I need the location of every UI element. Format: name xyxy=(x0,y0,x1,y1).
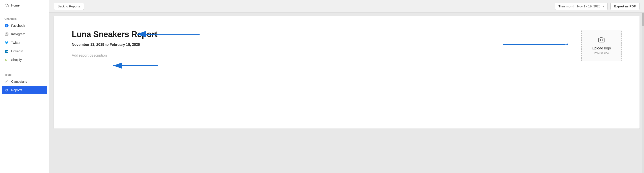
instagram-icon xyxy=(4,32,9,36)
svg-rect-5 xyxy=(6,51,6,52)
sidebar-item-linkedin[interactable]: LinkedIn xyxy=(0,47,49,56)
topbar-right: This month Nov 1 - 19, 2020 ▼ Export as … xyxy=(555,3,640,10)
report-description-input[interactable]: Add report description xyxy=(72,54,572,58)
sidebar-item-twitter[interactable]: Twitter xyxy=(0,38,49,47)
upload-logo-label: Upload logo xyxy=(592,46,611,50)
twitter-icon xyxy=(4,41,9,45)
tools-label: Tools xyxy=(0,71,49,77)
sidebar-item-campaigns[interactable]: Campaigns xyxy=(0,77,49,86)
svg-point-3 xyxy=(8,33,8,34)
sidebar-item-reports[interactable]: Reports xyxy=(2,86,47,94)
sidebar-item-facebook[interactable]: Facebook xyxy=(0,21,49,30)
upload-logo-hint: PNG or JPG xyxy=(594,51,609,54)
sidebar-item-instagram[interactable]: Instagram xyxy=(0,30,49,38)
back-to-reports-button[interactable]: Back to Reports xyxy=(54,3,84,10)
facebook-label: Facebook xyxy=(11,24,25,27)
shopify-icon: $ xyxy=(4,58,9,62)
linkedin-icon xyxy=(4,49,9,54)
twitter-label: Twitter xyxy=(11,41,20,45)
svg-point-2 xyxy=(6,34,8,35)
home-icon xyxy=(4,3,9,8)
export-pdf-button[interactable]: Export as PDF xyxy=(610,3,640,10)
sidebar-home-label: Home xyxy=(11,4,20,7)
sidebar-item-home[interactable]: Home xyxy=(0,0,49,10)
reports-icon xyxy=(4,88,9,92)
chevron-down-icon: ▼ xyxy=(602,5,604,8)
main-area: Back to Reports This month Nov 1 - 19, 2… xyxy=(49,0,644,173)
facebook-icon xyxy=(4,23,9,28)
content-area: Luna Sneakers Report November 13, 2019 t… xyxy=(49,13,644,173)
topbar: Back to Reports This month Nov 1 - 19, 2… xyxy=(49,0,644,13)
report-page: Luna Sneakers Report November 13, 2019 t… xyxy=(54,16,640,128)
report-header: Luna Sneakers Report November 13, 2019 t… xyxy=(72,30,572,58)
sidebar: Home Channels Facebook Instagram xyxy=(0,0,49,173)
reports-label: Reports xyxy=(11,88,22,92)
linkedin-label: LinkedIn xyxy=(11,49,23,53)
channels-label: Channels xyxy=(0,16,49,21)
svg-point-6 xyxy=(6,50,6,51)
date-range-button[interactable]: This month Nov 1 - 19, 2020 ▼ xyxy=(555,3,608,10)
svg-text:$: $ xyxy=(5,58,7,62)
tools-section: Tools Campaigns Reports xyxy=(0,68,49,96)
channels-section: Channels Facebook Instagram xyxy=(0,12,49,66)
sidebar-item-shopify[interactable]: $ Shopify xyxy=(0,56,49,64)
camera-icon xyxy=(598,37,604,45)
campaigns-label: Campaigns xyxy=(11,80,27,83)
arrow-description xyxy=(111,60,160,71)
date-range-value: Nov 1 - 19, 2020 xyxy=(577,5,600,8)
shopify-label: Shopify xyxy=(11,58,22,62)
report-date-range: November 13, 2019 to February 10, 2020 xyxy=(72,43,572,47)
instagram-label: Instagram xyxy=(11,32,25,36)
upload-logo-button[interactable]: Upload logo PNG or JPG xyxy=(581,30,622,61)
scrollbar-track[interactable] xyxy=(642,13,644,173)
scrollbar-thumb[interactable] xyxy=(642,13,644,26)
report-title[interactable]: Luna Sneakers Report xyxy=(72,30,158,39)
svg-point-16 xyxy=(600,39,602,41)
campaigns-icon xyxy=(4,79,9,84)
date-range-label: This month xyxy=(558,5,575,8)
